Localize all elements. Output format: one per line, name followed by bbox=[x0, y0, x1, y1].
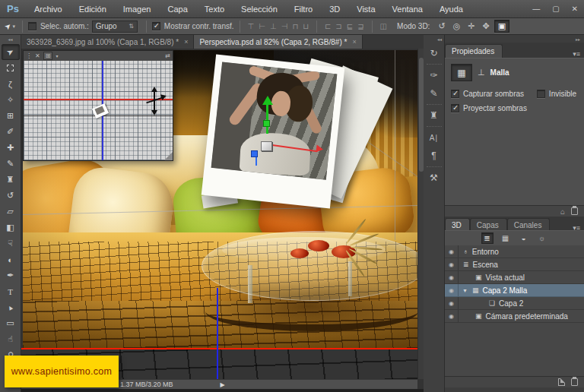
quick-selection-tool[interactable]: ✧ bbox=[2, 92, 20, 108]
eyedropper-tool[interactable]: ✐ bbox=[2, 124, 20, 140]
auto-select-checkbox[interactable] bbox=[28, 22, 36, 30]
close-secondary-view-icon[interactable]: ✕ bbox=[35, 52, 40, 59]
visibility-eye-icon[interactable]: ◉ bbox=[445, 297, 459, 309]
tab-propiedades[interactable]: Propiedades bbox=[445, 44, 503, 58]
3d-item-entorno[interactable]: ◉ ♁ Entorno bbox=[445, 245, 584, 258]
visibility-eye-icon[interactable]: ◉ bbox=[445, 245, 459, 258]
canvas[interactable]: ⋮ ✕ ⊞ ▾ ⇄ bbox=[21, 49, 424, 392]
3d-axis-y-arrowhead-icon[interactable] bbox=[262, 96, 273, 105]
view-target-icon[interactable]: ⊞ bbox=[43, 52, 53, 60]
polaroid-frame[interactable] bbox=[202, 55, 345, 209]
show-transform-checkbox[interactable] bbox=[152, 22, 160, 30]
roll-3d-camera-icon[interactable]: ◎ bbox=[450, 21, 464, 32]
menu-ayuda[interactable]: Ayuda bbox=[431, 0, 471, 18]
resize-handle[interactable] bbox=[164, 152, 173, 160]
visibility-eye-icon[interactable]: ◉ bbox=[445, 284, 459, 296]
3d-item-vista-actual[interactable]: ◉ ▣ Vista actual bbox=[445, 271, 584, 284]
menu-vista[interactable]: Vista bbox=[348, 0, 383, 18]
close-button[interactable]: ✕ bbox=[572, 5, 578, 13]
new-item-icon[interactable] bbox=[558, 378, 565, 386]
move-widget-icon[interactable] bbox=[144, 88, 165, 114]
cast-shadows-checkbox[interactable] bbox=[451, 104, 459, 112]
3d-item-escena[interactable]: ◉ ≣ Escena bbox=[445, 258, 584, 271]
3d-axis-center-cube[interactable] bbox=[261, 141, 272, 151]
brush-tool[interactable]: ✎ bbox=[2, 156, 20, 172]
status-options-arrow-icon[interactable]: ▶ bbox=[221, 381, 225, 388]
filter-meshes-icon[interactable]: ▦ bbox=[500, 232, 512, 244]
vertical-scrollbar[interactable] bbox=[417, 49, 424, 379]
3d-item-capa-2-malla[interactable]: ◉ ▼ ▦ Capa 2 Malla bbox=[445, 284, 584, 297]
swap-views-icon[interactable]: ⇄ bbox=[165, 52, 170, 59]
filter-lights-icon[interactable]: ☼ bbox=[536, 232, 548, 244]
slide-3d-camera-icon[interactable]: ✥ bbox=[479, 21, 492, 32]
menu-edicion[interactable]: Edición bbox=[71, 0, 115, 18]
auto-align-layers-icon[interactable]: ◫ bbox=[378, 22, 389, 30]
hand-tool[interactable]: ☝ bbox=[2, 331, 20, 347]
align-horizontal-centers-icon[interactable]: ⊓ bbox=[290, 22, 300, 30]
lasso-tool[interactable]: ζ bbox=[2, 76, 20, 92]
align-vertical-centers-icon[interactable]: ⊢ bbox=[256, 22, 268, 30]
menu-texto[interactable]: Texto bbox=[196, 0, 233, 18]
crop-tool[interactable]: ⊞ bbox=[2, 108, 20, 124]
home-icon[interactable]: ⌂ bbox=[560, 207, 565, 216]
3d-item-capa-2[interactable]: ◉ ❏ Capa 2 bbox=[445, 297, 584, 310]
3d-axis-z-line[interactable] bbox=[256, 157, 257, 166]
view-options-caret-icon[interactable]: ▾ bbox=[56, 53, 58, 58]
auto-select-group-dropdown[interactable]: Grupo ⇅ bbox=[92, 21, 138, 33]
path-selection-tool[interactable]: ▲ bbox=[2, 299, 20, 315]
rotate-3d-camera-icon[interactable]: ↺ bbox=[435, 21, 448, 32]
dodge-tool[interactable]: ◐ bbox=[2, 251, 20, 267]
capture-shadows-checkbox[interactable] bbox=[451, 90, 459, 98]
move-tool[interactable]: ➤ bbox=[2, 44, 20, 60]
eraser-tool[interactable]: ▱ bbox=[2, 204, 20, 220]
document-tab-active[interactable]: Perspectiva.psd al 82% (Capa 2, RGB/8#) … bbox=[194, 35, 362, 49]
drag-dots-icon[interactable]: ⋮ bbox=[26, 52, 32, 59]
spot-healing-tool[interactable]: ✚ bbox=[2, 140, 20, 156]
brush-settings-panel-icon[interactable]: ✎ bbox=[424, 84, 444, 103]
3d-axis-z-blue[interactable] bbox=[251, 150, 258, 157]
mesh-properties-button[interactable]: ▦ bbox=[451, 64, 472, 81]
pan-3d-camera-icon[interactable]: ✛ bbox=[465, 21, 478, 32]
polaroid-3d-object[interactable] bbox=[202, 56, 362, 212]
3d-item-camara-predeterminada[interactable]: ◉ ▣ Cámara predeterminada bbox=[445, 310, 584, 323]
trash-icon[interactable] bbox=[571, 378, 578, 386]
align-left-edges-icon[interactable]: ⊣ bbox=[279, 22, 290, 30]
distribute-vertical-icon[interactable]: ⊐ bbox=[333, 22, 344, 30]
coordinates-icon[interactable]: ⊥ bbox=[478, 68, 485, 77]
smudge-tool[interactable]: ☟ bbox=[2, 236, 20, 251]
character-panel-icon[interactable]: A∣ bbox=[424, 128, 444, 147]
3d-axis-x-arrowhead-icon[interactable] bbox=[316, 144, 323, 153]
minimize-button[interactable]: — bbox=[532, 5, 540, 13]
history-panel-icon[interactable]: ↻ bbox=[424, 44, 444, 62]
expand-dock-icon[interactable]: ◂◂ bbox=[437, 35, 444, 44]
type-tool[interactable]: T bbox=[2, 283, 20, 299]
brush-presets-panel-icon[interactable]: ✑ bbox=[424, 66, 444, 84]
menu-3d[interactable]: 3D bbox=[321, 0, 348, 18]
scale-3d-object-icon[interactable]: ▣ bbox=[494, 20, 509, 33]
collapse-panels-icon[interactable]: ▸▸ bbox=[576, 36, 580, 42]
history-brush-tool[interactable]: ↺ bbox=[2, 188, 20, 204]
panel-menu-icon[interactable]: ▾≡ bbox=[573, 50, 584, 58]
distribute-top-icon[interactable]: ⊏ bbox=[322, 22, 333, 30]
distribute-bottom-icon[interactable]: ⊑ bbox=[344, 22, 355, 30]
secondary-view-window[interactable]: ⋮ ✕ ⊞ ▾ ⇄ bbox=[23, 50, 173, 161]
tool-presets-panel-icon[interactable]: ⚒ bbox=[424, 169, 444, 187]
pen-tool[interactable]: ✒ bbox=[2, 267, 20, 283]
menu-imagen[interactable]: Imagen bbox=[115, 0, 160, 18]
menu-archivo[interactable]: Archivo bbox=[26, 0, 71, 18]
maximize-button[interactable]: ▢ bbox=[552, 5, 559, 13]
filter-materials-icon[interactable]: ◒ bbox=[518, 232, 530, 244]
visibility-eye-icon[interactable]: ◉ bbox=[445, 271, 459, 283]
collapse-tools-icon[interactable]: ◂◂ bbox=[8, 35, 12, 44]
clone-source-panel-icon[interactable]: ♜ bbox=[424, 106, 444, 125]
blue-guide-line[interactable] bbox=[217, 288, 218, 379]
close-tab-icon[interactable]: × bbox=[352, 38, 356, 46]
invisible-checkbox[interactable] bbox=[537, 90, 545, 98]
visibility-eye-icon[interactable]: ◉ bbox=[445, 258, 459, 270]
align-right-edges-icon[interactable]: ⊔ bbox=[300, 22, 311, 30]
document-tab-inactive[interactable]: 363928_6369.jpg al 100% (Capa 1, RGB/8) … bbox=[21, 35, 194, 49]
trash-icon[interactable] bbox=[571, 207, 578, 215]
align-top-edges-icon[interactable]: ⊤ bbox=[246, 22, 257, 30]
menu-capa[interactable]: Capa bbox=[159, 0, 195, 18]
close-tab-icon[interactable]: × bbox=[184, 38, 188, 46]
